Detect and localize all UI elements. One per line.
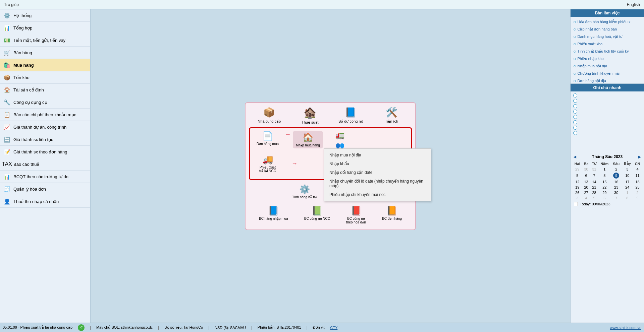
cal-cell-1-2[interactable]: 7 [590,172,598,179]
cal-next[interactable]: ► [637,154,642,159]
cal-prev[interactable]: ◄ [573,154,577,159]
bc-hang-nhap-mua[interactable]: 📘 BC hàng nhập mua [259,206,288,224]
sidebar-item-tong-hop[interactable]: 📊Tổng hợp [0,22,90,34]
link-label-link-danh-muc: Danh mục hàng hoá, vật tư [577,35,623,39]
diagram-nha-cung-cap[interactable]: 📦 Nhà cung cấp [253,107,286,124]
tinh-nang-ho-tro[interactable]: ⚙️ Tính năng hỗ trợ [292,184,317,199]
right-link-link-nhap-kho[interactable]: ○Phiếu nhập kho [572,55,643,62]
sidebar-item-ban-hang[interactable]: 🛒Bán hàng [0,47,90,59]
cal-cell-1-0[interactable]: 5 [573,172,582,179]
sidebar-item-mua-hang[interactable]: 🛍️Mua hàng [0,59,90,71]
cal-cell-3-1[interactable]: 20 [582,185,590,190]
cal-cell-4-1[interactable]: 27 [582,190,590,195]
sidebar-item-cong-cu[interactable]: 🔧Công cụ dụng cụ [0,96,90,109]
right-link-link-danh-muc[interactable]: ○Danh mục hàng hoá, vật tư [572,33,643,40]
cal-cell-5-0[interactable]: 3 [573,195,582,201]
cal-cell-1-3[interactable]: 8 [598,172,611,179]
note-dot-3 [572,109,643,114]
cal-cell-3-4[interactable]: 23 [611,185,622,190]
sidebar-item-thue-thu-nhap[interactable]: 👤Thuế thu nhập cá nhân [0,195,90,208]
cal-cell-0-2[interactable]: 31 [590,167,598,172]
right-link-link-nhap-mua[interactable]: ○Nhập mua nội địa [572,62,643,70]
diagram-container: 📦 Nhà cung cấp 🏚️ Thuế suất 📘 Số dư công… [245,102,416,230]
cal-cell-0-5[interactable]: 3 [622,167,633,172]
cal-cell-3-3[interactable]: 22 [598,185,611,190]
cal-cell-1-4[interactable]: 9 [611,172,622,179]
cal-cell-4-2[interactable]: 28 [590,190,598,195]
cal-cell-5-3[interactable]: 6 [598,195,611,201]
cal-cell-2-4[interactable]: 16 [611,179,622,185]
cal-cell-2-6[interactable]: 18 [633,179,642,185]
link-label-link-khuyen-mai: Chương trình khuyến mãi [577,71,620,76]
dd-item-1[interactable]: Nhập mua nội địa [324,151,431,159]
sidebar-item-gia-thanh-sx[interactable]: 🔄Giá thành sx liên tục [0,133,90,146]
diagram-thue-suat[interactable]: 🏚️ Thuế suất [293,106,327,125]
cal-cell-0-6[interactable]: 4 [633,167,642,172]
bc-cong-no-ncc[interactable]: 📗 BC công nợ NCC [304,206,330,224]
lang-label[interactable]: English [627,2,640,7]
right-link-link-khuyen-mai[interactable]: ○Chương trình khuyến mãi [572,70,643,77]
cal-cell-5-5[interactable]: 8 [622,195,633,201]
nhap-mua-hang[interactable]: 🏠 Nhập mua hàng [293,131,323,148]
bc-cong-no-hoa-don[interactable]: 📕 BC công nợtheo hóa đơn [346,206,366,224]
status-unit: Đơn vị: [313,325,325,330]
cal-cell-0-0[interactable]: 29 [573,167,582,172]
cal-cell-2-3[interactable]: 15 [598,179,611,185]
sidebar-item-bao-cao-chi-phi[interactable]: 📋Báo cáo chi phí theo khoản mục [0,109,90,121]
cal-cell-3-5[interactable]: 24 [622,185,633,190]
status-website[interactable]: www.sthink.com.vn [610,326,641,330]
sidebar-item-bcqt[interactable]: 📊BCQT theo các trường tự do [0,171,90,183]
today-checkbox[interactable] [574,202,578,206]
cal-cell-5-6[interactable]: 9 [633,195,642,201]
cal-cell-4-6[interactable]: 2 [633,190,642,195]
cal-cell-5-2[interactable]: 5 [590,195,598,201]
cal-cell-3-0[interactable]: 19 [573,185,582,190]
dd-item-3[interactable]: Nhập đổi hàng cận date [324,168,431,177]
dd-item-4[interactable]: Nhập chuyển đổi lô date (nhập chuyển hàn… [324,177,431,190]
sidebar-item-tai-san[interactable]: 🏠Tài sản cố định [0,84,90,96]
cal-cell-4-3[interactable]: 29 [598,190,611,195]
right-link-link-hoa-don[interactable]: ○Hóa đơn bán hàng kiểm phiếu x [572,18,643,25]
cal-cell-1-5[interactable]: 10 [622,172,633,179]
cal-cell-4-4[interactable]: 30 [611,190,622,195]
cal-cell-0-1[interactable]: 30 [582,167,590,172]
dd-item-5[interactable]: Phiếu nhập chi khuyến mãi ncc [324,190,431,199]
help-label[interactable]: Trợ giúp [4,2,19,7]
cal-cell-5-4[interactable]: 7 [611,195,622,201]
cal-cell-2-0[interactable]: 12 [573,179,582,185]
phieu-xuat-tra-lai[interactable]: 🚚 Phiếu xuấttrả lại NCC [253,154,283,173]
diagram-tien-ich[interactable]: 🛠️ Tiện ích [375,107,408,124]
status-sep4: | [251,326,252,330]
right-link-link-tich-luy[interactable]: ○Tính chiết khấu tích lũy cuối kỳ [572,48,643,55]
status-unit-link[interactable]: CTY [330,326,337,330]
diagram-so-du[interactable]: 📘 Số dư công nợ [334,107,368,124]
status-refresh-btn[interactable]: ↺ [78,324,85,331]
cal-cell-4-0[interactable]: 26 [573,190,582,195]
cal-cell-0-3[interactable]: 1 [598,167,611,172]
sidebar-item-bao-cao-thue[interactable]: TAXBáo cáo thuế [0,158,90,171]
arrow-2: → [291,160,298,167]
sidebar-item-ton-kho[interactable]: 📦Tồn kho [0,71,90,84]
right-link-link-cap-nhat[interactable]: ○Cập nhật đơn hàng bán [572,25,643,33]
sidebar-item-tien-mat[interactable]: 💵Tiền mặt, tiền gửi, tiền vay [0,34,90,47]
cal-cell-3-2[interactable]: 21 [590,185,598,190]
cal-cell-4-5[interactable]: 1 [622,190,633,195]
cal-cell-1-6[interactable]: 11 [633,172,642,179]
right-link-link-phieu-xuat[interactable]: ○Phiếu xuất kho [572,40,643,48]
cal-cell-2-1[interactable]: 13 [582,179,590,185]
right-link-link-don-hang[interactable]: ○Đơn hàng nội địa [572,77,643,84]
cal-cell-1-1[interactable]: 6 [582,172,590,179]
sidebar-item-gia-thanh-du-an[interactable]: 📈Giá thành dự án, công trình [0,121,90,133]
cal-cell-2-5[interactable]: 17 [622,179,633,185]
dd-item-2[interactable]: Nhập khẩu [324,159,431,168]
cal-cell-0-4[interactable]: 2 [611,167,622,172]
nhap-khau-hang[interactable]: 🚛 [326,131,353,140]
sidebar-item-gia-thanh-don-hang[interactable]: 📝Giá thành sx theo đơn hàng [0,146,90,158]
sidebar-item-quan-ly-hoa-don[interactable]: 🧾Quản lý hóa đơn [0,183,90,195]
don-hang-mua[interactable]: 📄 Đơn hàng mua [253,131,283,146]
cal-cell-2-2[interactable]: 14 [590,179,598,185]
sidebar-item-he-thong[interactable]: ⚙️Hệ thống [0,9,90,22]
cal-cell-3-6[interactable]: 25 [633,185,642,190]
bc-don-hang[interactable]: 📙 BC đơn hàng [382,206,402,224]
cal-cell-5-1[interactable]: 4 [582,195,590,201]
